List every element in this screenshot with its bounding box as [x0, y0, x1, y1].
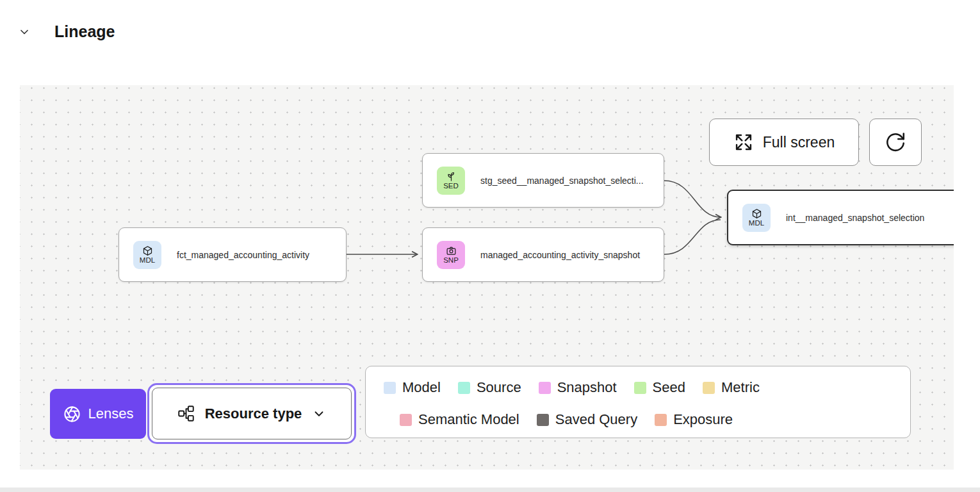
badge-label: MDL: [140, 257, 155, 265]
node-label: stg_seed__managed_snapshot_selecti...: [480, 176, 644, 186]
snapshot-badge: SNP: [437, 241, 465, 269]
legend-item-seed: Seed: [634, 379, 685, 396]
lenses-label: Lenses: [88, 406, 134, 422]
semantic-model-swatch: [400, 414, 412, 426]
legend-item-metric: Metric: [703, 379, 760, 396]
node-stg-seed-managed-snapshot-selection[interactable]: SED stg_seed__managed_snapshot_selecti..…: [422, 153, 664, 208]
cube-icon: [142, 245, 153, 256]
saved-query-swatch: [537, 414, 549, 426]
seed-icon: [446, 171, 457, 182]
seed-badge: SED: [437, 167, 465, 195]
model-badge: MDL: [133, 241, 161, 269]
badge-label: MDL: [749, 220, 764, 227]
exposure-swatch: [655, 414, 667, 426]
legend-row-1: Model Source Snapshot Seed Metric: [384, 377, 897, 398]
legend: Model Source Snapshot Seed Metric S: [365, 366, 911, 438]
legend-item-exposure: Exposure: [655, 411, 733, 428]
full-screen-button[interactable]: Full screen: [709, 119, 859, 166]
source-swatch: [458, 382, 470, 394]
node-label: managed_accounting_activity_snapshot: [480, 250, 640, 260]
node-fct-managed-accounting-activity[interactable]: MDL fct_managed_accounting_activity: [118, 227, 347, 282]
refresh-button[interactable]: [869, 119, 922, 166]
legend-item-semantic-model: Semantic Model: [400, 411, 519, 428]
collapse-chevron-icon[interactable]: [18, 26, 31, 38]
bottom-divider: [0, 488, 980, 492]
lineage-canvas[interactable]: Full screen SED stg_seed__managed_snapsh…: [20, 85, 954, 470]
refresh-icon: [885, 131, 906, 153]
chevron-down-icon: [312, 407, 326, 421]
model-badge: MDL: [742, 204, 771, 232]
legend-item-model: Model: [384, 379, 441, 396]
legend-item-source: Source: [458, 379, 521, 396]
expand-icon: [733, 132, 754, 152]
resource-type-dropdown[interactable]: Resource type: [147, 383, 356, 444]
camera-icon: [446, 245, 457, 256]
aperture-icon: [63, 405, 81, 423]
badge-label: SED: [443, 183, 459, 190]
resource-type-label: Resource type: [205, 406, 302, 422]
full-screen-label: Full screen: [763, 134, 835, 151]
snapshot-swatch: [539, 382, 551, 394]
node-label: fct_managed_accounting_activity: [177, 250, 309, 260]
node-managed-accounting-activity-snapshot[interactable]: SNP managed_accounting_activity_snapshot: [422, 227, 664, 282]
legend-item-saved-query: Saved Query: [537, 411, 637, 428]
lineage-header: Lineage: [0, 0, 980, 64]
lenses-button[interactable]: Lenses: [50, 389, 146, 439]
resource-type-inner: Resource type: [152, 388, 352, 439]
seed-swatch: [634, 382, 646, 394]
node-label: int__managed_snapshot_selection: [786, 213, 924, 223]
legend-item-snapshot: Snapshot: [539, 379, 617, 396]
resource-graph-icon: [177, 405, 195, 422]
legend-row-2: Semantic Model Saved Query Exposure: [400, 409, 897, 430]
node-int-managed-snapshot-selection[interactable]: MDL int__managed_snapshot_selection: [727, 190, 954, 245]
badge-label: SNP: [443, 257, 459, 265]
cube-icon: [751, 208, 762, 219]
page-title: Lineage: [54, 22, 115, 41]
model-swatch: [384, 382, 396, 394]
metric-swatch: [703, 382, 715, 394]
